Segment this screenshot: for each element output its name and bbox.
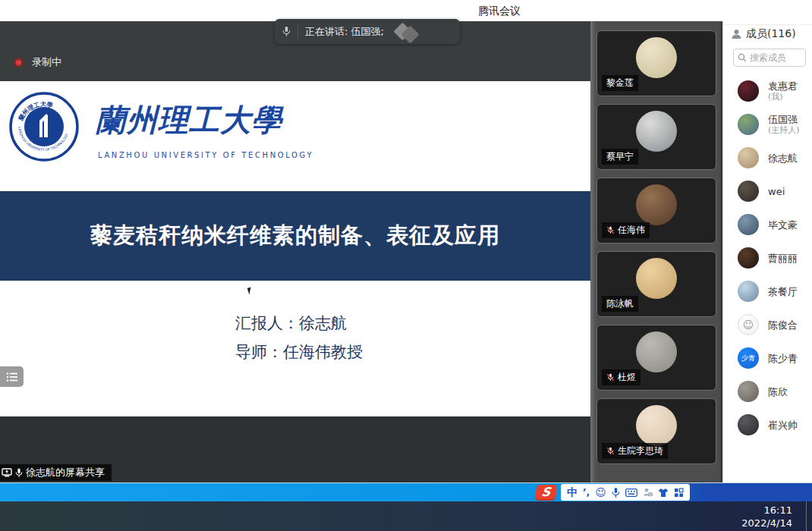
video-tile[interactable]: 蔡早宁 <box>596 104 716 170</box>
member-row[interactable]: 曹丽丽 <box>723 241 812 275</box>
advisor-line: 导师：任海伟教授 <box>235 338 363 366</box>
member-row[interactable]: 崔兴帅 <box>723 408 812 441</box>
stage-bottom-area: 徐志航的屏幕共享 <box>0 416 590 482</box>
participant-name: 黎金莲 <box>606 77 634 90</box>
screen-share-banner: 徐志航的屏幕共享 <box>0 464 112 481</box>
desktop-screen: 腾讯会议 录制中 蘭州理工大學 <box>0 0 812 531</box>
video-tile[interactable]: 任海伟 <box>596 178 716 244</box>
search-icon <box>738 53 747 62</box>
member-row[interactable]: 袁惠君 (我) <box>723 74 812 108</box>
taskbar-clock-area: 16:11 2022/4/14 <box>0 501 812 531</box>
show-desktop-button[interactable] <box>806 501 807 531</box>
member-texts: 陈少青 <box>768 353 798 364</box>
participant-name: 杜煜 <box>618 371 636 384</box>
slide-title: 藜麦秸秆纳米纤维素的制备、表征及应用 <box>90 221 500 251</box>
member-name: 曹丽丽 <box>768 253 798 264</box>
university-name-en: LANZHOU UNIVERSITY OF TECHNOLOGY <box>98 151 313 159</box>
recording-indicator[interactable]: 录制中 <box>14 55 61 69</box>
participant-name: 陈泳帆 <box>606 297 634 310</box>
member-avatar: ☺ <box>738 314 759 335</box>
member-name: wei <box>768 186 785 197</box>
video-tile[interactable]: 杜煜 <box>596 325 716 391</box>
member-name: 崔兴帅 <box>768 419 798 431</box>
member-row[interactable]: 毕文豪 <box>723 208 812 241</box>
member-name: 陈欣 <box>768 386 788 397</box>
member-name: 伍国强 <box>768 114 800 125</box>
member-name: 袁惠君 <box>768 80 798 92</box>
screen-share-icon <box>2 468 12 477</box>
list-divider <box>723 24 812 25</box>
member-icon <box>731 29 742 39</box>
shared-screen-stage: 录制中 蘭州理工大學 LANZHOU UNIVERSITY OF TECHNOL… <box>0 21 590 482</box>
university-header: 蘭州理工大學 LANZHOU UNIVERSITY OF TECHNOLOGY … <box>6 89 583 172</box>
participant-name-badge: 生院李思琦 <box>602 443 668 459</box>
member-row[interactable]: 伍国强 (主持人) <box>723 108 812 141</box>
university-seal-icon: 蘭州理工大學 LANZHOU UNIVERSITY OF TECHNOLOGY <box>8 90 80 163</box>
member-avatar <box>738 181 759 202</box>
participant-name-badge: 任海伟 <box>602 222 650 238</box>
member-avatar <box>738 214 759 235</box>
presenter-line: 汇报人：徐志航 <box>235 309 363 338</box>
video-tile[interactable]: 生院李思琦 <box>596 398 716 464</box>
sogou-icon-pill: 中 ’, ☺ <box>561 484 690 501</box>
taskbar: S 中 ’, ☺ <box>0 483 812 501</box>
sogou-logo[interactable]: S <box>535 485 558 501</box>
member-avatar <box>738 80 759 102</box>
muted-mic-icon <box>606 226 615 234</box>
video-tile[interactable]: 陈泳帆 <box>596 251 716 317</box>
participant-name-badge: 陈泳帆 <box>602 296 638 312</box>
clock[interactable]: 16:11 2022/4/14 <box>741 504 792 529</box>
member-avatar <box>738 114 759 135</box>
member-row[interactable]: ☺ 陈俊合 <box>723 308 812 341</box>
emoji-icon[interactable]: ☺ <box>595 484 606 501</box>
recording-label: 录制中 <box>32 55 61 69</box>
member-search-input[interactable] <box>750 52 798 63</box>
handwriting-icon[interactable] <box>643 488 653 497</box>
participant-name-badge: 黎金莲 <box>602 75 638 91</box>
member-role: (我) <box>768 92 798 102</box>
members-header: 成员(116) <box>731 27 796 41</box>
video-tile[interactable]: 黎金莲 <box>596 30 716 96</box>
speaking-label: 正在讲话: 伍国强; <box>305 25 384 39</box>
participant-avatar <box>636 331 677 372</box>
clock-time: 16:11 <box>741 504 792 517</box>
recording-dot-icon <box>14 58 24 68</box>
member-name: 茶餐厅 <box>768 286 798 297</box>
participant-avatar <box>636 111 677 152</box>
keyboard-icon[interactable] <box>625 489 637 497</box>
member-texts: 茶餐厅 <box>768 286 798 297</box>
member-row[interactable]: 少青 陈少青 <box>723 341 812 375</box>
member-avatar <box>738 247 759 269</box>
chinese-mode-icon[interactable]: 中 <box>567 484 578 501</box>
member-row[interactable]: 茶餐厅 <box>723 275 812 308</box>
member-texts: 伍国强 (主持人) <box>768 114 800 135</box>
participant-avatar <box>636 37 677 78</box>
member-texts: 曹丽丽 <box>768 253 798 264</box>
skin-icon[interactable] <box>658 488 669 498</box>
presentation-slide: 蘭州理工大學 LANZHOU UNIVERSITY OF TECHNOLOGY … <box>0 81 590 416</box>
muted-mic-icon <box>606 373 615 382</box>
clock-date: 2022/4/14 <box>741 517 792 529</box>
screen-share-label: 徐志航的屏幕共享 <box>26 466 105 479</box>
participant-name: 任海伟 <box>618 224 645 237</box>
member-avatar <box>738 147 759 168</box>
muted-mic-icon <box>606 447 615 455</box>
microphone-icon[interactable] <box>612 487 620 498</box>
meeting-window: 录制中 蘭州理工大學 LANZHOU UNIVERSITY OF TECHNOL… <box>0 21 812 482</box>
member-search-box[interactable] <box>733 49 806 67</box>
punctuation-icon[interactable]: ’, <box>583 484 590 501</box>
toolbox-icon[interactable] <box>674 488 684 498</box>
participant-avatar <box>636 405 677 446</box>
window-titlebar: 腾讯会议 <box>0 0 812 21</box>
divider <box>297 25 298 39</box>
slide-title-band: 藜麦秸秆纳米纤维素的制备、表征及应用 <box>0 191 590 281</box>
member-row[interactable]: 陈欣 <box>723 375 812 408</box>
member-name: 徐志航 <box>768 152 798 164</box>
member-texts: 毕文豪 <box>768 219 798 231</box>
slide-outline-tab[interactable] <box>0 366 24 387</box>
mouse-cursor <box>247 287 253 294</box>
member-list: 袁惠君 (我) 伍国强 (主持人) <box>723 74 812 441</box>
member-row[interactable]: wei <box>723 174 812 208</box>
list-icon <box>6 372 18 382</box>
member-row[interactable]: 徐志航 <box>723 141 812 174</box>
